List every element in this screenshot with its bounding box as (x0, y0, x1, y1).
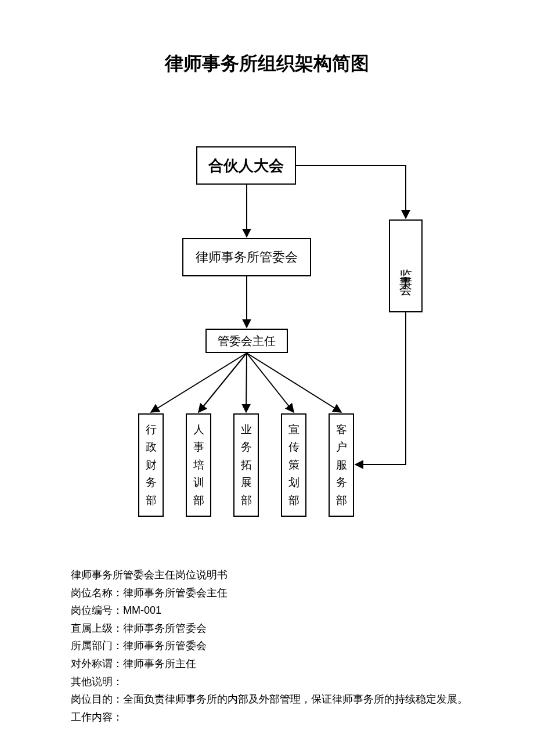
connector-lines (0, 0, 534, 581)
node-partner-meeting: 合伙人大会 (196, 146, 296, 185)
node-label: 监事会 (397, 259, 414, 280)
node-label: 宣传策划部 (288, 421, 300, 509)
node-label: 合伙人大会 (208, 156, 284, 176)
field-label: 岗位编号： (71, 604, 123, 616)
field-value: 全面负责律师事务所的内部及外部管理，保证律师事务所的持续稳定发展。 (123, 693, 468, 705)
job-row-other: 其他说明： (71, 673, 477, 691)
field-value: 律师事务所管委会 (123, 622, 207, 634)
job-heading: 律师事务所管委会主任岗位说明书 (71, 566, 477, 584)
job-row-position: 岗位名称：律师事务所管委会主任 (71, 584, 477, 602)
field-value: 律师事务所管委会 (123, 640, 207, 651)
field-label: 所属部门： (71, 640, 123, 651)
field-label: 直属上级： (71, 622, 123, 634)
node-label: 业务拓展部 (241, 421, 252, 509)
job-row-dept: 所属部门：律师事务所管委会 (71, 637, 477, 655)
svg-line-6 (247, 353, 341, 412)
job-row-external: 对外称谓：律师事务所主任 (71, 655, 477, 673)
field-label: 其他说明： (71, 676, 123, 687)
job-row-superior: 直属上级：律师事务所管委会 (71, 620, 477, 638)
job-description: 律师事务所管委会主任岗位说明书 岗位名称：律师事务所管委会主任 岗位编号：MM-… (71, 566, 477, 726)
field-value: 律师事务所管委会主任 (123, 587, 228, 599)
node-dept-marketing: 宣传策划部 (281, 413, 306, 517)
node-label: 管委会主任 (218, 333, 276, 349)
node-mgmt-committee: 律师事务所管委会 (182, 238, 311, 276)
svg-line-4 (246, 353, 247, 412)
svg-line-5 (247, 353, 294, 412)
field-label: 岗位名称： (71, 587, 123, 599)
job-row-purpose: 岗位目的：全面负责律师事务所的内部及外部管理，保证律师事务所的持续稳定发展。 (71, 690, 477, 708)
node-dept-business-dev: 业务拓展部 (233, 413, 259, 517)
node-dept-customer-service: 客户服务部 (329, 413, 354, 517)
svg-line-2 (151, 353, 247, 412)
node-supervisory-board: 监事会 (389, 219, 423, 312)
svg-line-3 (199, 353, 247, 412)
node-label: 客户服务部 (336, 421, 347, 509)
node-director: 管委会主任 (205, 329, 288, 353)
field-label: 工作内容： (71, 711, 123, 723)
node-dept-hr-training: 人事培训部 (186, 413, 211, 517)
job-row-content: 工作内容： (71, 708, 477, 726)
node-label: 律师事务所管委会 (196, 249, 298, 266)
field-value: MM-001 (123, 604, 161, 616)
node-label: 人事培训部 (193, 421, 204, 509)
page-title: 律师事务所组织架构简图 (0, 51, 534, 77)
node-label: 行政财务部 (146, 421, 157, 509)
job-row-id: 岗位编号：MM-001 (71, 602, 477, 620)
node-dept-admin-finance: 行政财务部 (138, 413, 164, 517)
field-label: 岗位目的： (71, 693, 123, 705)
field-label: 对外称谓： (71, 658, 123, 669)
field-value: 律师事务所主任 (123, 658, 196, 669)
